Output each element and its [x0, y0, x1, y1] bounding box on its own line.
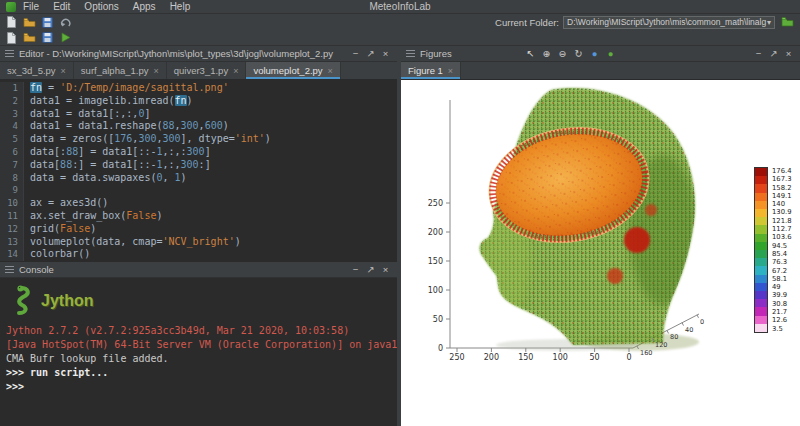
code-editor[interactable]: 1fn = 'D:/Temp/image/sagittal.png'2data1… — [0, 80, 397, 262]
x-tick-label: 100 — [553, 353, 568, 362]
code-line[interactable]: 12grid(False) — [0, 223, 397, 236]
code-line[interactable]: 14colorbar() — [0, 248, 397, 261]
tab-close-icon[interactable]: × — [448, 66, 453, 76]
line-number: 13 — [0, 236, 24, 249]
colorbar-segment — [755, 176, 767, 184]
colorbar-segment — [755, 250, 767, 258]
globe-icon[interactable]: ● — [588, 48, 601, 60]
menu-items-host: FileEditOptionsAppsHelp — [16, 1, 197, 12]
code-line[interactable]: 7data[88:] = data1[::-1,:,300:] — [0, 159, 397, 172]
code-line[interactable]: 4data1 = data1.reshape(88,300,600) — [0, 120, 397, 133]
figures-panel: Figures ↖⊕⊖↻●● −↗× Figure 1 × — [401, 46, 800, 426]
float-icon[interactable]: ↗ — [767, 48, 780, 60]
caret-down-icon[interactable]: ▾ — [767, 18, 771, 27]
code-text: data[88:] = data1[::-1,:,300:] — [24, 159, 211, 172]
new-file-icon[interactable] — [3, 31, 19, 44]
close-icon[interactable]: × — [379, 48, 392, 60]
jython-logo: Jython — [6, 282, 391, 324]
menu-file[interactable]: File — [16, 1, 46, 12]
x-tick-label: 250 — [449, 353, 464, 362]
x-tick-label: 200 — [484, 353, 499, 362]
line-number: 3 — [0, 108, 24, 121]
open-folder-icon[interactable] — [21, 31, 37, 44]
save-icon[interactable] — [39, 31, 55, 44]
code-line[interactable]: 6data[:88] = data1[::-1,:,:300] — [0, 146, 397, 159]
y-tick-label: 150 — [428, 257, 443, 266]
figure-canvas[interactable]: 0501001502002502502001501005001601208040… — [401, 80, 800, 426]
code-text: colorbar() — [24, 248, 90, 261]
save-icon[interactable] — [39, 16, 55, 29]
colorbar-segment — [755, 217, 767, 225]
code-line[interactable]: 1fn = 'D:/Temp/image/sagittal.png' — [0, 82, 397, 95]
close-icon[interactable]: × — [782, 48, 795, 60]
line-number: 12 — [0, 223, 24, 236]
figure-tab[interactable]: Figure 1 × — [401, 62, 461, 79]
menu-help[interactable]: Help — [163, 1, 198, 12]
console-output[interactable]: Jython Jython 2.7.2 (v2.7.2:925a3cc3b49d… — [0, 278, 397, 426]
code-line[interactable]: 9 — [0, 184, 397, 197]
console-line: Jython 2.7.2 (v2.7.2:925a3cc3b49d, Mar 2… — [6, 324, 391, 338]
app-logo-icon — [6, 2, 16, 12]
code-line[interactable]: 11ax.set_draw_box(False) — [0, 210, 397, 223]
colorbar-labels: 176.4167.3158.2149.1140130.9121.8112.710… — [772, 167, 798, 333]
colorbar-segment — [755, 168, 767, 176]
zoom-in-icon[interactable]: ⊕ — [540, 48, 553, 60]
colorbar-segment — [755, 275, 767, 283]
code-line[interactable]: 13volumeplot(data, cmap='NCV_bright') — [0, 236, 397, 249]
line-number: 8 — [0, 172, 24, 185]
undo-icon[interactable] — [57, 16, 73, 29]
current-folder-combobox[interactable]: D:\Working\MIScript\Jython\mis\common_ma… — [563, 16, 775, 29]
code-line[interactable]: 10ax = axes3d() — [0, 197, 397, 210]
code-text: data[:88] = data1[::-1,:,:300] — [24, 146, 211, 159]
open-folder-icon[interactable] — [21, 16, 37, 29]
minimize-icon[interactable]: − — [349, 48, 362, 60]
float-icon[interactable]: ↗ — [364, 264, 377, 276]
select-cursor-icon[interactable]: ↖ — [524, 48, 537, 60]
y-tick-label: 250 — [428, 199, 443, 208]
editor-title: Editor - D:\Working\MIScript\Jython\mis\… — [19, 48, 344, 59]
editor-tab[interactable]: volumeplot_2.py× — [246, 62, 340, 79]
editor-tab-label: volumeplot_2.py — [253, 65, 322, 76]
minimize-icon[interactable]: − — [752, 48, 765, 60]
colorbar-segment — [755, 307, 767, 315]
identify-icon[interactable]: ● — [604, 48, 617, 60]
colorbar-tick-label: 49 — [772, 284, 781, 291]
run-icon[interactable] — [57, 31, 73, 44]
menu-edit[interactable]: Edit — [46, 1, 77, 12]
editor-tab[interactable]: quiver3_1.py× — [167, 62, 247, 79]
console-line: [Java HotSpot(TM) 64-Bit Server VM (Orac… — [6, 338, 391, 352]
volume-plot[interactable]: 0501001502002502502001501005001601208040… — [401, 80, 800, 426]
float-icon[interactable]: ↗ — [364, 48, 377, 60]
colorbar-segment — [755, 234, 767, 242]
tab-close-icon[interactable]: × — [328, 66, 333, 76]
depth-tick-label: 80 — [670, 333, 678, 341]
open-folder-green-icon[interactable] — [779, 16, 795, 29]
code-line[interactable]: 8data = data.swapaxes(0, 1) — [0, 172, 397, 185]
menu-apps[interactable]: Apps — [126, 1, 163, 12]
rotate-icon[interactable]: ↻ — [572, 48, 585, 60]
line-number: 9 — [0, 184, 24, 197]
colorbar-tick-label: 140 — [772, 201, 785, 208]
tab-close-icon[interactable]: × — [61, 66, 66, 76]
x-tick-label: 0 — [626, 353, 631, 362]
colorbar-segment — [755, 225, 767, 233]
menu-options[interactable]: Options — [77, 1, 125, 12]
console-lines: Jython 2.7.2 (v2.7.2:925a3cc3b49d, Mar 2… — [6, 324, 391, 394]
new-file-icon[interactable] — [3, 16, 19, 29]
zoom-out-icon[interactable]: ⊖ — [556, 48, 569, 60]
code-line[interactable]: 3data1 = data1[:,:,0] — [0, 108, 397, 121]
code-text: fn = 'D:/Temp/image/sagittal.png' — [24, 82, 229, 95]
depth-tick-label: 0 — [700, 318, 704, 326]
code-line[interactable]: 2data1 = imagelib.imread(fn) — [0, 95, 397, 108]
code-text: volumeplot(data, cmap='NCV_bright') — [24, 236, 241, 249]
minimize-icon[interactable]: − — [349, 264, 362, 276]
tab-close-icon[interactable]: × — [153, 66, 158, 76]
close-icon[interactable]: × — [379, 264, 392, 276]
editor-tab[interactable]: surf_alpha_1.py× — [74, 62, 167, 79]
console-line: >>> — [6, 380, 391, 394]
tab-close-icon[interactable]: × — [233, 66, 238, 76]
jython-snake-icon — [8, 284, 34, 318]
code-line[interactable]: 5data = zeros([176,300,300], dtype='int'… — [0, 133, 397, 146]
editor-tab[interactable]: sx_3d_5.py× — [0, 62, 74, 79]
depth-tick-label: 120 — [655, 341, 667, 349]
